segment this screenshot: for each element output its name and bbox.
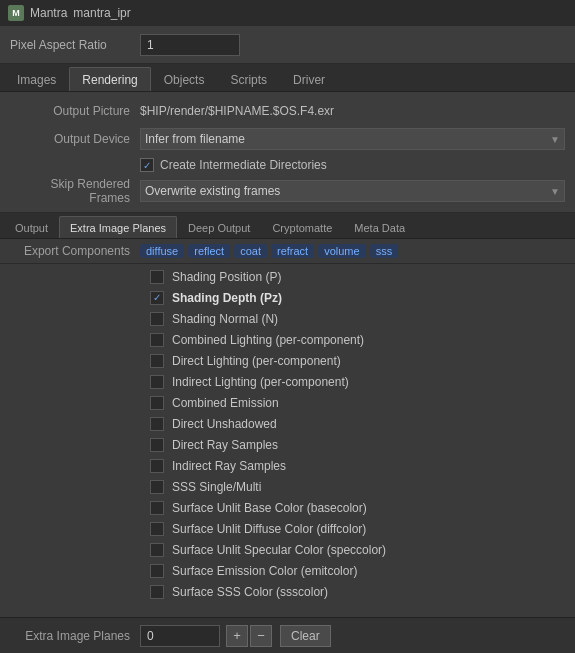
subtab-meta-data[interactable]: Meta Data: [343, 216, 416, 238]
par-input[interactable]: [140, 34, 240, 56]
check-label: Combined Lighting (per-component): [172, 333, 364, 347]
par-row: Pixel Aspect Ratio: [0, 26, 575, 64]
subtab-deep-output[interactable]: Deep Output: [177, 216, 261, 238]
check-box[interactable]: [150, 480, 164, 494]
list-item[interactable]: Indirect Lighting (per-component): [10, 371, 565, 392]
skip-rendered-select[interactable]: Overwrite existing frames ▼: [140, 180, 565, 202]
list-item[interactable]: Direct Lighting (per-component): [10, 350, 565, 371]
list-item[interactable]: Shading Normal (N): [10, 308, 565, 329]
check-box[interactable]: [150, 501, 164, 515]
app-icon: M: [8, 5, 24, 21]
check-box[interactable]: [150, 354, 164, 368]
clear-button[interactable]: Clear: [280, 625, 331, 647]
check-label: SSS Single/Multi: [172, 480, 261, 494]
chip-sss[interactable]: sss: [370, 244, 399, 258]
list-item[interactable]: Surface Metallic (metallic): [10, 602, 565, 604]
check-label: Surface Emission Color (emitcolor): [172, 564, 357, 578]
list-item[interactable]: Direct Ray Samples: [10, 434, 565, 455]
check-box[interactable]: ✓: [150, 291, 164, 305]
check-box[interactable]: [150, 333, 164, 347]
create-dirs-checkbox[interactable]: ✓: [140, 158, 154, 172]
list-item[interactable]: Surface Unlit Base Color (basecolor): [10, 497, 565, 518]
list-item[interactable]: Surface SSS Color (ssscolor): [10, 581, 565, 602]
check-label: Shading Depth (Pz): [172, 291, 282, 305]
subtab-cryptomatte[interactable]: Cryptomatte: [261, 216, 343, 238]
checklist: Shading Position (P)✓Shading Depth (Pz)S…: [0, 264, 575, 604]
chip-refract[interactable]: refract: [271, 244, 314, 258]
par-label: Pixel Aspect Ratio: [10, 38, 140, 52]
main-tab-row: Images Rendering Objects Scripts Driver: [0, 64, 575, 92]
list-item[interactable]: Surface Emission Color (emitcolor): [10, 560, 565, 581]
form-area: Output Picture $HIP/render/$HIPNAME.$OS.…: [0, 92, 575, 213]
check-box[interactable]: [150, 522, 164, 536]
check-box[interactable]: [150, 396, 164, 410]
output-picture-label: Output Picture: [10, 104, 140, 118]
list-item[interactable]: Surface Unlit Specular Color (speccolor): [10, 539, 565, 560]
check-box[interactable]: [150, 270, 164, 284]
chip-volume[interactable]: volume: [318, 244, 365, 258]
list-item[interactable]: Indirect Ray Samples: [10, 455, 565, 476]
check-label: Shading Normal (N): [172, 312, 278, 326]
check-box[interactable]: [150, 543, 164, 557]
list-item[interactable]: Combined Emission: [10, 392, 565, 413]
subtab-extra-image-planes[interactable]: Extra Image Planes: [59, 216, 177, 238]
check-label: Shading Position (P): [172, 270, 281, 284]
check-box[interactable]: [150, 438, 164, 452]
remove-plane-button[interactable]: −: [250, 625, 272, 647]
tab-objects[interactable]: Objects: [151, 67, 218, 91]
app-name: Mantra: [30, 6, 67, 20]
check-label: Direct Unshadowed: [172, 417, 277, 431]
output-device-row: Output Device Infer from filename ▼: [10, 126, 565, 152]
skip-rendered-label: Skip Rendered Frames: [10, 177, 140, 205]
tab-driver[interactable]: Driver: [280, 67, 338, 91]
check-label: Surface Unlit Base Color (basecolor): [172, 501, 367, 515]
export-chips: diffuse reflect coat refract volume sss: [140, 244, 398, 258]
extra-planes-input[interactable]: [140, 625, 220, 647]
check-box[interactable]: [150, 459, 164, 473]
check-label: Indirect Lighting (per-component): [172, 375, 349, 389]
tab-scripts[interactable]: Scripts: [217, 67, 280, 91]
bottom-bar: Extra Image Planes + − Clear: [0, 617, 575, 653]
output-picture-row: Output Picture $HIP/render/$HIPNAME.$OS.…: [10, 98, 565, 124]
skip-rendered-arrow: ▼: [550, 186, 560, 197]
check-box[interactable]: [150, 312, 164, 326]
check-box[interactable]: [150, 375, 164, 389]
tab-rendering[interactable]: Rendering: [69, 67, 150, 91]
output-picture-value: $HIP/render/$HIPNAME.$OS.F4.exr: [140, 104, 565, 118]
add-plane-button[interactable]: +: [226, 625, 248, 647]
bottom-buttons: + −: [226, 625, 272, 647]
check-box[interactable]: [150, 417, 164, 431]
check-label: Combined Emission: [172, 396, 279, 410]
create-dirs-row[interactable]: ✓ Create Intermediate Directories: [140, 154, 565, 176]
check-box[interactable]: [150, 564, 164, 578]
list-item[interactable]: SSS Single/Multi: [10, 476, 565, 497]
create-dirs-label: Create Intermediate Directories: [160, 158, 327, 172]
output-device-label: Output Device: [10, 132, 140, 146]
subtab-output[interactable]: Output: [4, 216, 59, 238]
check-label: Surface SSS Color (ssscolor): [172, 585, 328, 599]
output-device-value: Infer from filename: [145, 132, 245, 146]
output-device-select[interactable]: Infer from filename ▼: [140, 128, 565, 150]
list-item[interactable]: Combined Lighting (per-component): [10, 329, 565, 350]
list-item[interactable]: Shading Position (P): [10, 266, 565, 287]
check-label: Surface Unlit Specular Color (speccolor): [172, 543, 386, 557]
list-item[interactable]: ✓Shading Depth (Pz): [10, 287, 565, 308]
export-components-label: Export Components: [10, 244, 140, 258]
title-bar: M Mantra mantra_ipr: [0, 0, 575, 26]
bottom-label: Extra Image Planes: [10, 629, 140, 643]
check-box[interactable]: [150, 585, 164, 599]
output-device-arrow: ▼: [550, 134, 560, 145]
export-components-row: Export Components diffuse reflect coat r…: [0, 239, 575, 264]
tab-images[interactable]: Images: [4, 67, 69, 91]
skip-rendered-value: Overwrite existing frames: [145, 184, 280, 198]
check-label: Direct Ray Samples: [172, 438, 278, 452]
list-item[interactable]: Surface Unlit Diffuse Color (diffcolor): [10, 518, 565, 539]
skip-rendered-row: Skip Rendered Frames Overwrite existing …: [10, 178, 565, 204]
window-name: mantra_ipr: [73, 6, 130, 20]
chip-diffuse[interactable]: diffuse: [140, 244, 184, 258]
check-label: Direct Lighting (per-component): [172, 354, 341, 368]
list-item[interactable]: Direct Unshadowed: [10, 413, 565, 434]
chip-coat[interactable]: coat: [234, 244, 267, 258]
chip-reflect[interactable]: reflect: [188, 244, 230, 258]
check-label: Surface Unlit Diffuse Color (diffcolor): [172, 522, 366, 536]
